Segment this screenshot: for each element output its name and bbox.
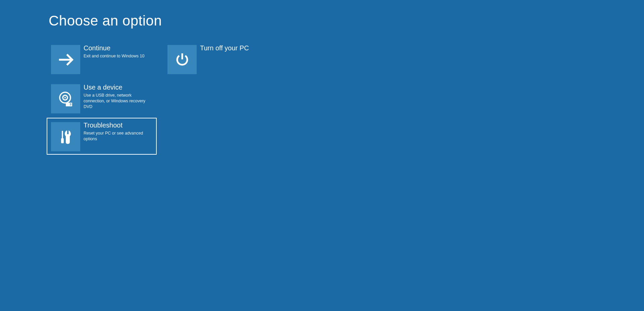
page-title: Choose an option	[49, 13, 162, 29]
troubleshoot-text: Troubleshoot Reset your PC or see advanc…	[84, 121, 154, 142]
continue-desc: Exit and continue to Windows 10	[84, 53, 144, 59]
use-device-title: Use a device	[84, 83, 153, 91]
troubleshoot-tile[interactable]: Troubleshoot Reset your PC or see advanc…	[47, 118, 157, 155]
continue-tile[interactable]: Continue Exit and continue to Windows 10	[47, 41, 157, 77]
use-device-text: Use a device Use a USB drive, network co…	[84, 83, 154, 110]
turn-off-tile[interactable]: Turn off your PC	[163, 41, 273, 77]
continue-title: Continue	[84, 44, 144, 52]
turn-off-title: Turn off your PC	[200, 44, 249, 52]
svg-rect-9	[61, 138, 64, 143]
troubleshoot-title: Troubleshoot	[84, 121, 153, 129]
arrow-right-icon	[51, 45, 80, 74]
turn-off-text: Turn off your PC	[200, 44, 250, 53]
continue-text: Continue Exit and continue to Windows 10	[84, 44, 146, 59]
svg-rect-8	[62, 131, 63, 138]
use-device-desc: Use a USB drive, network connection, or …	[84, 93, 153, 110]
svg-rect-10	[67, 130, 69, 134]
disc-device-icon: B	[51, 84, 80, 113]
svg-text:B: B	[70, 104, 71, 106]
tools-icon	[51, 122, 80, 151]
use-device-tile[interactable]: B Use a device Use a USB drive, network …	[47, 80, 157, 117]
power-icon	[167, 45, 197, 74]
troubleshoot-desc: Reset your PC or see advanced options	[84, 131, 153, 142]
svg-point-4	[64, 97, 65, 98]
